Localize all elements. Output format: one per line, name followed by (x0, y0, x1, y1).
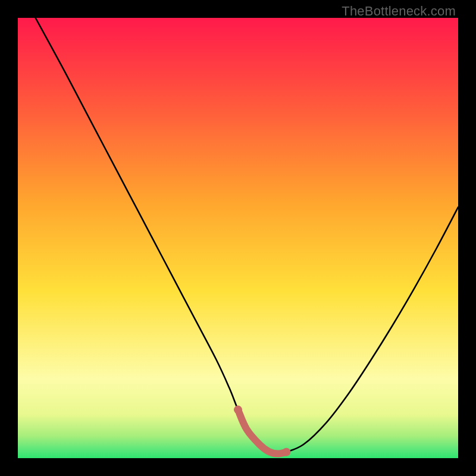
highlight-start-dot (234, 406, 242, 414)
bottleneck-curve-line (36, 18, 458, 454)
bottleneck-curve-svg (18, 18, 458, 458)
bottleneck-highlight-segment (238, 410, 286, 454)
watermark-text: TheBottleneck.com (342, 4, 456, 19)
plot-area (18, 18, 458, 458)
chart-frame: TheBottleneck.com (0, 0, 476, 476)
highlight-end-dot (282, 448, 290, 456)
